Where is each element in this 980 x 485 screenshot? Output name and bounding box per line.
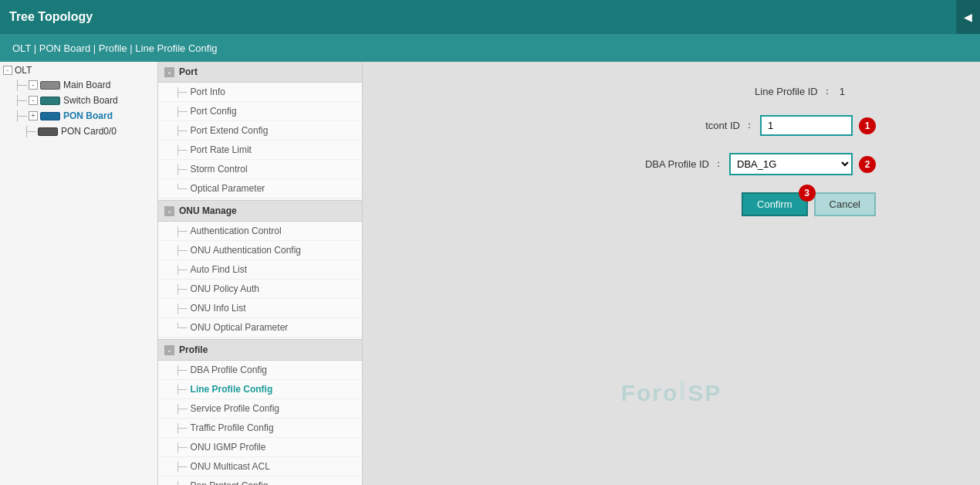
sidebar-item-main-board[interactable]: ├─ - Main Board	[0, 77, 157, 93]
line-profile-id-label: Line Profile ID	[755, 86, 818, 97]
dba-profile-id-colon: ：	[714, 158, 723, 171]
olt-minus-icon[interactable]: -	[3, 66, 12, 75]
port-rate-limit-label: Port Rate Limit	[191, 144, 252, 155]
section-profile[interactable]: - Profile	[158, 339, 362, 361]
nav-item-port-info[interactable]: ├─ Port Info	[158, 83, 362, 102]
content-panel: ForoISP Line Profile ID ： 1 tcont ID ： 1…	[363, 62, 980, 485]
nav-item-port-rate-limit[interactable]: ├─ Port Rate Limit	[158, 141, 362, 160]
nav-item-auth-control[interactable]: ├─ Authentication Control	[158, 222, 362, 241]
line-profile-id-row: Line Profile ID ： 1	[421, 85, 922, 98]
confirm-badge: 3	[799, 185, 816, 202]
nav-item-onu-igmp-profile[interactable]: ├─ ONU IGMP Profile	[158, 438, 362, 457]
auto-find-list-label: Auto Find List	[191, 264, 247, 275]
switch-board-label: Switch Board	[63, 95, 118, 106]
confirm-button[interactable]: Confirm	[742, 192, 808, 216]
section-port[interactable]: - Port	[158, 62, 362, 83]
middle-panel: - Port ├─ Port Info ├─ Port Config ├─ Po…	[158, 62, 363, 485]
tcont-id-label: tcont ID	[705, 120, 740, 131]
line-profile-config-label: Line Profile Config	[191, 384, 273, 395]
sidebar-item-switch-board[interactable]: ├─ - Switch Board	[0, 93, 157, 108]
nav-item-optical-parameter[interactable]: └─ Optical Parameter	[158, 179, 362, 198]
port-extend-config-label: Port Extend Config	[191, 125, 269, 136]
traffic-profile-config-label: Traffic Profile Config	[191, 422, 274, 433]
pon-card-device-icon	[38, 127, 58, 136]
section-onu-manage[interactable]: - ONU Manage	[158, 200, 362, 222]
pon-card-label: PON Card0/0	[61, 126, 117, 137]
nav-item-onu-policy-auth[interactable]: ├─ ONU Policy Auth	[158, 280, 362, 299]
port-info-label: Port Info	[191, 86, 225, 97]
cancel-button[interactable]: Cancel	[814, 192, 876, 216]
nav-item-port-config[interactable]: ├─ Port Config	[158, 102, 362, 121]
header-title: Tree Topology	[0, 10, 93, 24]
form-container: Line Profile ID ： 1 tcont ID ： 1 DBA Pro…	[421, 85, 922, 216]
nav-item-onu-multicast-acl[interactable]: ├─ ONU Multicast ACL	[158, 457, 362, 477]
breadcrumb-olt[interactable]: OLT	[12, 42, 31, 54]
dba-badge: 2	[859, 156, 876, 173]
nav-item-onu-info-list[interactable]: ├─ ONU Info List	[158, 299, 362, 318]
service-profile-config-label: Service Profile Config	[191, 403, 279, 414]
nav-item-dba-profile-config[interactable]: ├─ DBA Profile Config	[158, 361, 362, 380]
pon-protect-config-label: Pon Protect Config	[191, 480, 269, 485]
breadcrumb: OLT | PON Board | Profile | Line Profile…	[12, 42, 218, 54]
port-config-label: Port Config	[191, 106, 237, 117]
sidebar-item-pon-board[interactable]: ├─ + PON Board	[0, 108, 157, 124]
onu-igmp-profile-label: ONU IGMP Profile	[191, 442, 266, 453]
line-profile-id-colon: ：	[823, 85, 832, 98]
auth-control-label: Authentication Control	[191, 226, 282, 236]
collapse-button[interactable]: ◀	[956, 0, 980, 34]
sidebar-item-pon-card[interactable]: ├─ PON Card0/0	[0, 124, 157, 139]
onu-policy-auth-label: ONU Policy Auth	[191, 283, 259, 294]
profile-section-label: Profile	[179, 344, 208, 355]
breadcrumb-profile[interactable]: Profile	[99, 42, 127, 54]
onu-manage-minus: -	[164, 206, 174, 216]
port-section-minus: -	[164, 67, 174, 77]
nav-item-storm-control[interactable]: ├─ Storm Control	[158, 160, 362, 179]
dba-profile-id-row: DBA Profile ID ： DBA_1G DBA_2G DBA_5G DB…	[421, 153, 922, 175]
tcont-id-colon: ：	[745, 119, 754, 132]
pon-board-device-icon	[40, 112, 60, 120]
dba-profile-config-label: DBA Profile Config	[191, 365, 267, 375]
minus-icon2[interactable]: -	[29, 96, 38, 105]
onu-optical-param-label: ONU Optical Parameter	[191, 322, 289, 333]
plus-icon[interactable]: +	[29, 111, 38, 120]
olt-label: OLT	[15, 65, 32, 76]
onu-info-list-label: ONU Info List	[191, 303, 246, 314]
dba-profile-id-label: DBA Profile ID	[645, 158, 709, 170]
nav-item-port-extend-config[interactable]: ├─ Port Extend Config	[158, 121, 362, 141]
tcont-id-row: tcont ID ： 1	[421, 115, 922, 136]
breadcrumb-pon-board[interactable]: PON Board	[39, 42, 90, 54]
main-board-label: Main Board	[63, 80, 110, 90]
nav-item-traffic-profile-config[interactable]: ├─ Traffic Profile Config	[158, 419, 362, 438]
storm-control-label: Storm Control	[191, 164, 248, 175]
nav-item-onu-auth-config[interactable]: ├─ ONU Authentication Config	[158, 241, 362, 260]
profile-minus: -	[164, 345, 174, 355]
breadcrumb-line-profile-config[interactable]: Line Profile Config	[135, 42, 217, 54]
dba-profile-id-select[interactable]: DBA_1G DBA_2G DBA_5G DBA_10G	[729, 153, 853, 175]
nav-item-line-profile-config[interactable]: ├─ Line Profile Config	[158, 380, 362, 399]
minus-icon[interactable]: -	[29, 80, 38, 90]
buttons-row: Confirm 3 Cancel	[421, 192, 922, 216]
switch-board-device-icon	[40, 97, 60, 105]
watermark: ForoISP	[621, 375, 722, 408]
nav-item-service-profile-config[interactable]: ├─ Service Profile Config	[158, 399, 362, 419]
tcont-id-input[interactable]	[760, 115, 853, 136]
line-profile-id-value: 1	[840, 86, 845, 97]
port-section-label: Port	[179, 66, 198, 77]
nav-item-auto-find-list[interactable]: ├─ Auto Find List	[158, 260, 362, 280]
tcont-badge: 1	[859, 117, 876, 134]
nav-item-pon-protect-config[interactable]: └─ Pon Protect Config	[158, 477, 362, 485]
onu-multicast-acl-label: ONU Multicast ACL	[191, 461, 270, 472]
nav-item-onu-optical-param[interactable]: └─ ONU Optical Parameter	[158, 318, 362, 337]
onu-manage-label: ONU Manage	[179, 205, 237, 216]
main-board-device-icon	[40, 81, 60, 90]
optical-parameter-label: Optical Parameter	[191, 183, 265, 194]
pon-board-label: PON Board	[63, 110, 113, 121]
sidebar: - OLT ├─ - Main Board ├─ - Switch Board …	[0, 62, 158, 485]
onu-auth-config-label: ONU Authentication Config	[191, 245, 301, 256]
